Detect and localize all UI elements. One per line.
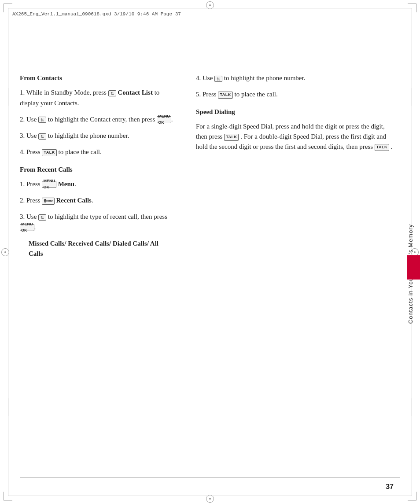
talk-btn-4: TALK (375, 144, 389, 151)
recent-calls-bold: Recent Calls (56, 197, 92, 204)
recent3-text: 3. Use ⇅ to highlight the type of recent… (20, 213, 167, 230)
nav-icon-2: ⇅ (38, 117, 46, 123)
menu-ok-btn-3: MENUOK (20, 224, 34, 231)
nav-icon-3: ⇅ (38, 133, 46, 140)
header-text: AX265_Eng_Ver1.1_manual_090618.qxd 3/19/… (12, 11, 408, 17)
left-column: From Contacts 1. While in Standby Mode, … (20, 20, 187, 469)
recent-item-3: 3. Use ⇅ to highlight the type of recent… (20, 212, 174, 232)
recent-item-2: 2. Press 6mno Recent Calls. (20, 195, 174, 206)
right-step5-text: 5. Press TALK to place the call. (196, 91, 278, 98)
recent1-text: 1. Press MENUOK Menu. (20, 180, 76, 188)
item1-number: 1. While in Standby Mode, press ⇅ Contac… (20, 89, 159, 106)
right-step5: 5. Press TALK to place the call. (196, 89, 394, 99)
talk-btn-2: TALK (218, 92, 232, 99)
menu-ok-btn-2: MENUOK (42, 181, 56, 188)
sidebar-tab (407, 255, 420, 280)
menu-ok-btn-1: MENUOK (157, 116, 171, 123)
speed-dialing-body: For a single-digit Speed Dial, press and… (196, 121, 394, 152)
recent2-text: 2. Press 6mno Recent Calls. (20, 197, 93, 204)
left-vmark-top (8, 88, 8, 106)
page-number: 37 (386, 483, 394, 491)
bottom-divider (20, 477, 400, 478)
header-bar: AX265_Eng_Ver1.1_manual_090618.qxd 3/19/… (8, 8, 412, 20)
main-content: From Contacts 1. While in Standby Mode, … (20, 20, 394, 469)
recent-item-1: 1. Press MENUOK Menu. (20, 179, 174, 189)
nav-icon-1: ⇅ (108, 90, 116, 96)
item2-text: 2. Use ⇅ to highlight the Contact entry,… (20, 116, 173, 123)
item3-text: 3. Use ⇅ to highlight the phone number. (20, 132, 129, 139)
list-item-3: 3. Use ⇅ to highlight the phone number. (20, 131, 174, 141)
from-contacts-title: From Contacts (20, 73, 174, 83)
left-vmark-bottom (8, 398, 8, 416)
missed-calls-label: Missed Calls/ Received Calls/ Dialed Cal… (29, 239, 174, 259)
list-item-2: 2. Use ⇅ to highlight the Contact entry,… (20, 114, 174, 125)
list-item-1: 1. While in Standby Mode, press ⇅ Contac… (20, 88, 174, 108)
right-column: 4. Use ⇅ to highlight the phone number. … (187, 20, 394, 469)
item4-text: 4. Press TALK to place the call. (20, 148, 102, 155)
from-recent-calls-title: From Recent Calls (20, 165, 174, 175)
speed-dialing-title: Speed Dialing (196, 107, 394, 117)
talk-btn-1: TALK (42, 149, 56, 156)
list-item-4: 4. Press TALK to place the call. (20, 147, 174, 157)
menu-bold: Menu (58, 180, 75, 188)
missed-calls-text: Missed Calls/ Received Calls/ Dialed Cal… (29, 240, 158, 257)
talk-btn-3: TALK (224, 134, 239, 141)
nav-icon-5: ⇅ (214, 76, 222, 82)
right-step4-text: 4. Use ⇅ to highlight the phone number. (196, 74, 305, 81)
contact-list-bold: Contact List (118, 89, 153, 96)
right-step4: 4. Use ⇅ to highlight the phone number. (196, 73, 394, 83)
six-btn: 6mno (42, 198, 54, 205)
nav-icon-4: ⇅ (38, 214, 46, 221)
